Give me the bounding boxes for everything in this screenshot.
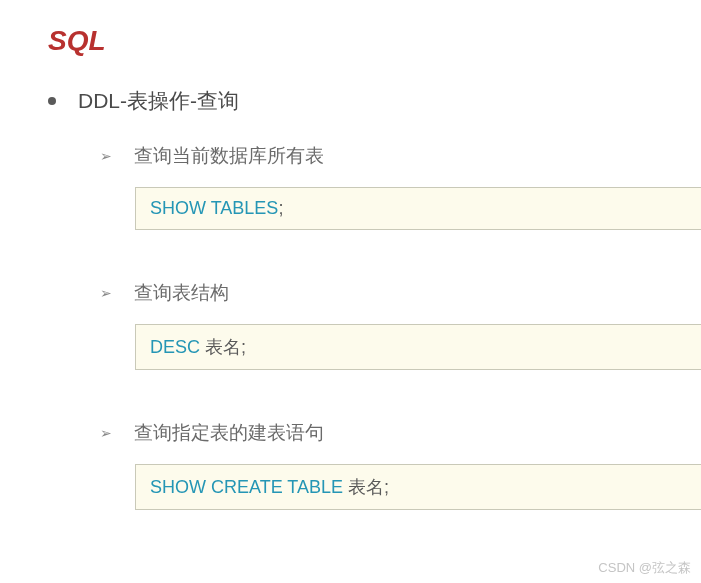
- bullet-icon: [48, 97, 56, 105]
- sub-heading-text: 查询指定表的建表语句: [134, 420, 324, 446]
- code-keyword: SHOW CREATE TABLE: [150, 477, 343, 497]
- arrow-icon: ➢: [100, 425, 112, 441]
- watermark-text: CSDN @弦之森: [598, 559, 691, 577]
- code-keyword: DESC: [150, 337, 200, 357]
- sub-heading-row: ➢ 查询指定表的建表语句: [0, 420, 701, 446]
- main-bullet-text: DDL-表操作-查询: [78, 87, 239, 115]
- sub-heading-text: 查询表结构: [134, 280, 229, 306]
- code-suffix: ;: [278, 198, 283, 218]
- code-suffix: 表名;: [200, 337, 246, 357]
- code-box: DESC 表名;: [135, 324, 701, 370]
- arrow-icon: ➢: [100, 285, 112, 301]
- sub-heading-text: 查询当前数据库所有表: [134, 143, 324, 169]
- main-bullet-row: DDL-表操作-查询: [0, 57, 701, 115]
- code-box: SHOW CREATE TABLE 表名;: [135, 464, 701, 510]
- section-3: ➢ 查询指定表的建表语句 SHOW CREATE TABLE 表名;: [0, 420, 701, 510]
- page-title: SQL: [0, 0, 701, 57]
- sub-heading-row: ➢ 查询当前数据库所有表: [0, 143, 701, 169]
- section-2: ➢ 查询表结构 DESC 表名;: [0, 280, 701, 370]
- code-keyword: SHOW TABLES: [150, 198, 278, 218]
- code-box: SHOW TABLES;: [135, 187, 701, 230]
- section-1: ➢ 查询当前数据库所有表 SHOW TABLES;: [0, 143, 701, 230]
- arrow-icon: ➢: [100, 148, 112, 164]
- code-suffix: 表名;: [343, 477, 389, 497]
- sub-heading-row: ➢ 查询表结构: [0, 280, 701, 306]
